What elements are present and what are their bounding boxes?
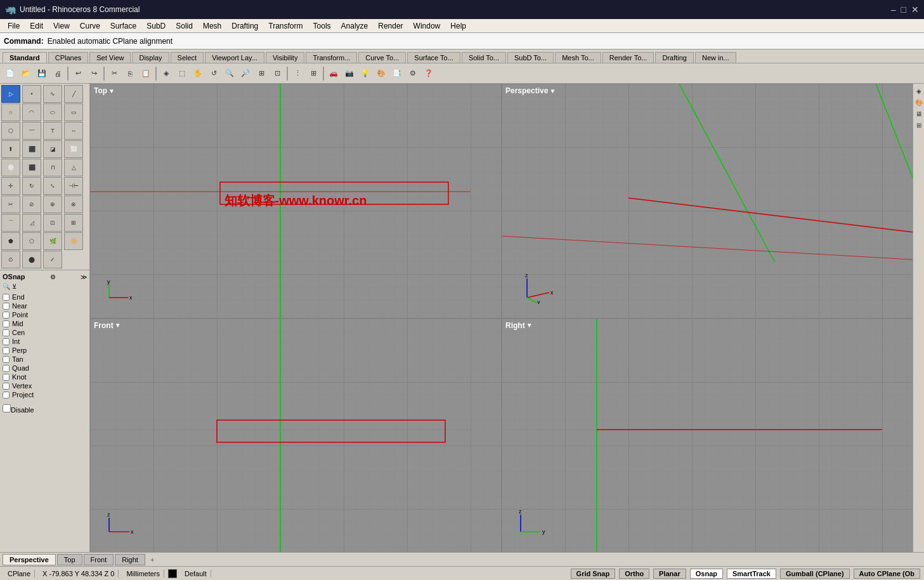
zoom-out-icon[interactable]: 🔎 — [238, 66, 253, 81]
viewport-tab-top[interactable]: Top — [57, 554, 82, 565]
toolbar-tab-13[interactable]: Render To... — [602, 52, 654, 63]
mesh-tool[interactable]: ⬟ — [1, 232, 20, 250]
toolbar-tab-8[interactable]: Curve To... — [358, 52, 406, 63]
menu-item-curve[interactable]: Curve — [75, 20, 105, 32]
fillet-tool[interactable]: ⌒ — [1, 214, 20, 232]
viewport-perspective[interactable]: Perspective ▼ z x y — [502, 84, 913, 318]
osnap-item-end[interactable]: End — [3, 293, 87, 301]
mirror-tool[interactable]: ⊣⊢ — [64, 177, 83, 195]
line-tool[interactable]: ╱ — [64, 85, 83, 103]
sphere-tool[interactable]: ⚪ — [1, 159, 20, 176]
paste-icon[interactable]: 📋 — [138, 66, 153, 81]
properties-icon[interactable]: ⚙ — [405, 66, 420, 81]
cyl-tool[interactable]: ⊓ — [43, 159, 62, 176]
join-tool[interactable]: ⊕ — [43, 195, 62, 213]
osnap-item-cen[interactable]: Cen — [3, 328, 87, 337]
osnap-more-icon[interactable]: ≫ — [81, 274, 87, 280]
menu-item-subd[interactable]: SubD — [141, 20, 171, 32]
osnap-settings-icon[interactable]: ⚙ — [50, 274, 56, 280]
viewport-tab-perspective[interactable]: Perspective — [3, 554, 56, 565]
save-icon[interactable]: 💾 — [34, 66, 49, 81]
gumball-button[interactable]: Gumball (CPlane) — [780, 569, 850, 579]
toolbar-tab-9[interactable]: Surface To... — [407, 52, 460, 63]
toolbar-tab-5[interactable]: Viewport Lay... — [205, 52, 264, 63]
zoom-all-icon[interactable]: ⊞ — [254, 66, 269, 81]
point-tool[interactable]: • — [22, 85, 41, 103]
undo-icon[interactable]: ↩ — [70, 66, 86, 81]
move-tool[interactable]: ✛ — [1, 177, 20, 195]
minimize-button[interactable]: – — [891, 4, 896, 15]
new-icon[interactable]: 📄 — [3, 66, 18, 81]
osnap-checkbox-point[interactable] — [3, 312, 10, 319]
panel-icon-4[interactable]: ⊞ — [914, 121, 923, 129]
menu-item-solid[interactable]: Solid — [171, 20, 198, 32]
add-viewport-tab[interactable]: + — [146, 555, 158, 565]
menu-item-transform[interactable]: Transform — [263, 20, 308, 32]
menu-item-edit[interactable]: Edit — [25, 20, 48, 32]
osnap-filter-icon[interactable]: 🔍 ⊻ — [3, 283, 87, 290]
close-button[interactable]: ✕ — [911, 4, 919, 15]
open-icon[interactable]: 📂 — [18, 66, 34, 81]
osnap-item-point[interactable]: Point — [3, 310, 87, 319]
osnap-checkbox-tan[interactable] — [3, 356, 10, 363]
right-dropdown[interactable]: ▼ — [526, 322, 533, 329]
front-dropdown[interactable]: ▼ — [115, 322, 121, 329]
top-dropdown[interactable]: ▼ — [108, 88, 115, 95]
check-tool[interactable]: ✓ — [43, 251, 62, 268]
copy-icon[interactable]: ⎘ — [122, 66, 138, 81]
select-tool[interactable]: ▷ — [1, 85, 20, 103]
pan-icon[interactable]: ✋ — [190, 66, 205, 81]
viewport-right[interactable]: Right ▼ z y — [502, 319, 913, 553]
dim-tool[interactable]: ↔ — [64, 122, 83, 140]
camera-icon[interactable]: 📷 — [342, 66, 357, 81]
toolbar-tab-10[interactable]: Solid To... — [462, 52, 506, 63]
autocplane-button[interactable]: Auto CPlane (Ob — [854, 569, 920, 579]
split-tool[interactable]: ⊘ — [22, 195, 41, 213]
osnap-item-near[interactable]: Near — [3, 301, 87, 310]
loft-tool[interactable]: ⬛ — [22, 140, 41, 158]
viewport-tab-front[interactable]: Front — [84, 554, 114, 565]
toolbar-tab-7[interactable]: Transform... — [306, 52, 357, 63]
window-select-icon[interactable]: ⬚ — [174, 66, 190, 81]
maximize-button[interactable]: □ — [901, 4, 906, 15]
viewport-front[interactable]: Front ▼ z x — [90, 319, 501, 553]
osnap-checkbox-near[interactable] — [3, 303, 10, 310]
light-icon[interactable]: 💡 — [358, 66, 373, 81]
panel-icon-3[interactable]: 🖥 — [914, 109, 923, 118]
panel-icon-1[interactable]: ◈ — [914, 86, 923, 95]
color-swatch[interactable] — [168, 569, 177, 578]
osnap-item-vertex[interactable]: Vertex — [3, 381, 87, 390]
zoom-selected-icon[interactable]: ⊡ — [270, 66, 285, 81]
toolbar-tab-15[interactable]: New in... — [695, 52, 736, 63]
arc-tool[interactable]: ◠ — [22, 103, 41, 121]
ellipse-tool[interactable]: ⬭ — [43, 103, 62, 121]
osnap-item-knot[interactable]: Knot — [3, 372, 87, 381]
menu-item-mesh[interactable]: Mesh — [198, 20, 226, 32]
toolbar-tab-14[interactable]: Drafting — [655, 52, 694, 63]
toolbar-tab-2[interactable]: Set View — [89, 52, 131, 63]
smarttrack-button[interactable]: SmartTrack — [727, 569, 776, 579]
rect-tool[interactable]: ▭ — [64, 103, 83, 121]
osnap-checkbox-perp[interactable] — [3, 347, 10, 354]
osnap-item-project[interactable]: Project — [3, 390, 87, 399]
patch-tool[interactable]: ⬜ — [64, 140, 83, 158]
perspective-dropdown[interactable]: ▼ — [549, 88, 556, 95]
polygon-tool[interactable]: ⬡ — [1, 122, 20, 140]
menu-item-file[interactable]: File — [3, 20, 25, 32]
snap-tool[interactable]: ⊙ — [1, 251, 20, 268]
toolbar-tab-1[interactable]: CPlanes — [48, 52, 89, 63]
osnap-item-int[interactable]: Int — [3, 337, 87, 346]
cone-tool[interactable]: △ — [64, 159, 83, 176]
scale-tool[interactable]: ⤡ — [43, 177, 62, 195]
toolbar-tab-3[interactable]: Display — [132, 52, 169, 63]
osnap-disable[interactable]: Disable — [3, 404, 87, 414]
rotate-icon[interactable]: ↺ — [206, 66, 221, 81]
car-icon[interactable]: 🚗 — [326, 66, 341, 81]
menu-item-drafting[interactable]: Drafting — [226, 20, 263, 32]
grasshopper-tool[interactable]: 🌿 — [43, 232, 62, 250]
toolbar-tab-6[interactable]: Visibility — [266, 52, 305, 63]
array-tool[interactable]: ⊞ — [64, 214, 83, 232]
record-tool[interactable]: ⬤ — [22, 251, 41, 268]
chamfer-tool[interactable]: ◿ — [22, 214, 41, 232]
toolbar-tab-11[interactable]: SubD To... — [507, 52, 554, 63]
